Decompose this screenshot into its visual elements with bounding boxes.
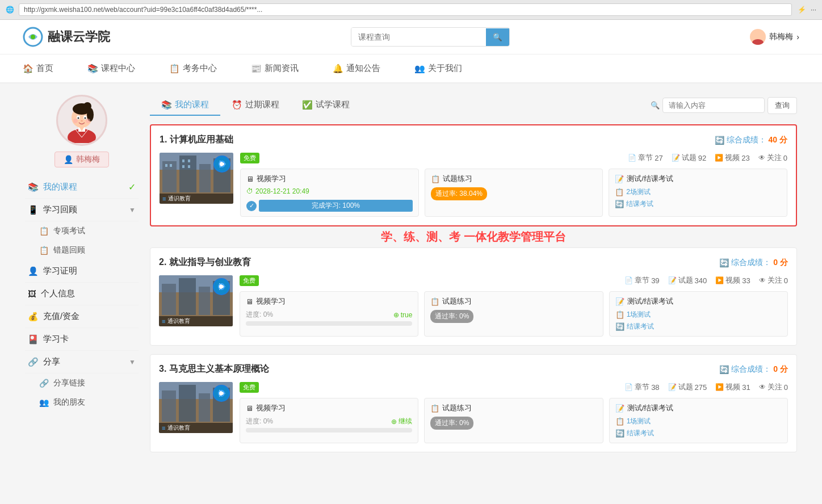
nav-home[interactable]: 🏠 首页 bbox=[23, 60, 53, 77]
section-video-title-2: 🖥 视频学习 bbox=[246, 296, 412, 306]
nav-courses[interactable]: 📚 课程中心 bbox=[87, 60, 135, 77]
course-body-2: ≡ 通识教育 免费 bbox=[159, 275, 788, 337]
svg-rect-21 bbox=[162, 161, 177, 192]
sidebar-share-label: 分享 bbox=[43, 356, 60, 367]
sidebar-special-exam-label: 专项考试 bbox=[53, 226, 85, 236]
course-header-2: 2. 就业指导与创业教育 🔄 综合成绩： 0 分 bbox=[159, 257, 788, 268]
course-stats-2: 📄 章节 39 📝 试题 340 ▶️ 视频 33 bbox=[624, 275, 788, 285]
course-stats-1: 📄 章节 27 📝 试题 92 ▶️ 视频 23 bbox=[628, 153, 787, 163]
content-area: 📚 我的课程 ⏰ 过期课程 ✅ 试学课程 🔍 查询 1. 计算机应用基础 bbox=[150, 95, 797, 461]
course-thumb-1: ≡ 通识教育 bbox=[160, 153, 233, 204]
course-sections-2: 🖥 视频学习 进度: 0% ⊕ true bbox=[240, 291, 788, 337]
continue-link-2[interactable]: ⊕ true bbox=[393, 311, 413, 319]
tab-expired-courses[interactable]: ⏰ 过期课程 bbox=[220, 95, 291, 116]
courses-icon: 📚 bbox=[87, 64, 98, 74]
question-icon-1: 📝 bbox=[672, 154, 680, 162]
tests-link-1[interactable]: 2场测试 bbox=[626, 187, 651, 197]
sidebar: 👤 韩梅梅 📚 我的课程 ✓ 📱 学习回顾 ▼ 📋 bbox=[25, 95, 139, 461]
study-review-icon: 📱 bbox=[28, 205, 39, 215]
tests-link-2[interactable]: 1场测试 bbox=[627, 310, 651, 320]
exam-links-1: 📋 2场测试 🔄 结课考试 bbox=[615, 187, 781, 209]
follow-icon-1: 👁 bbox=[758, 154, 765, 162]
sidebar-item-share-link[interactable]: 🔗 分享链接 bbox=[25, 373, 139, 393]
chapter-icon-3: 📄 bbox=[624, 383, 633, 391]
tab-search: 🔍 查询 bbox=[651, 97, 797, 114]
svg-rect-47 bbox=[199, 393, 210, 422]
section-exercise-title-2: 📋 试题练习 bbox=[430, 296, 597, 306]
sidebar-item-share[interactable]: 🔗 分享 ▼ bbox=[25, 351, 139, 373]
exam-links-3: 📋 1场测试 🔄 结课考试 bbox=[615, 417, 782, 438]
svg-point-18 bbox=[86, 119, 90, 123]
logo[interactable]: 融课云学院 bbox=[23, 27, 110, 47]
svg-point-15 bbox=[85, 117, 86, 119]
sidebar-item-recharge[interactable]: 💰 充值/资金 bbox=[25, 305, 139, 328]
final-link-1[interactable]: 结课考试 bbox=[626, 199, 653, 209]
exercise-section-icon-1: 📋 bbox=[431, 175, 440, 183]
logo-text: 融课云学院 bbox=[48, 28, 110, 45]
svg-point-3 bbox=[752, 39, 764, 45]
browser-url[interactable]: http://gxmk.weisha100.net/web/account?ui… bbox=[19, 3, 792, 16]
section-video-title-1: 🖥 视频学习 bbox=[246, 174, 413, 184]
svg-rect-26 bbox=[170, 164, 172, 167]
svg-point-14 bbox=[78, 117, 79, 119]
sidebar-item-profile[interactable]: 🖼 个人信息 bbox=[25, 283, 139, 305]
nav-news[interactable]: 📰 新闻资讯 bbox=[251, 60, 299, 77]
video-section-icon-2: 🖥 bbox=[246, 297, 253, 306]
certificate-icon: 👤 bbox=[28, 266, 39, 276]
sidebar-item-wrong-review[interactable]: 📋 错题回顾 bbox=[25, 241, 139, 260]
course-score-1: 🔄 综合成绩： 40 分 bbox=[715, 135, 787, 145]
tab-search-button[interactable]: 查询 bbox=[768, 97, 797, 114]
nav-notice[interactable]: 🔔 通知公告 bbox=[333, 60, 380, 77]
sidebar-item-study-card[interactable]: 🎴 学习卡 bbox=[25, 328, 139, 351]
browser-menu[interactable]: ··· bbox=[811, 6, 816, 14]
tab-trial-icon: ✅ bbox=[302, 100, 313, 110]
chapter-icon-1: 📄 bbox=[628, 154, 636, 162]
sidebar-study-review-label: 学习回顾 bbox=[43, 204, 77, 215]
continue-link-3[interactable]: ⊕ 继续 bbox=[391, 417, 412, 426]
sidebar-item-certificate[interactable]: 👤 学习证明 bbox=[25, 260, 139, 283]
exam-section-icon-2: 📝 bbox=[615, 297, 624, 306]
section-exam-title-1: 📝 测试/结课考试 bbox=[615, 174, 781, 184]
progress-bar-outer-2 bbox=[246, 321, 412, 326]
user-info[interactable]: 韩梅梅 › bbox=[750, 29, 799, 45]
profile-icon: 🖼 bbox=[28, 289, 36, 299]
sidebar-item-study-review[interactable]: 📱 学习回顾 ▼ bbox=[25, 199, 139, 221]
final-icon-3: 🔄 bbox=[615, 429, 624, 438]
score-icon-2: 🔄 bbox=[719, 258, 729, 267]
tab-trial-courses[interactable]: ✅ 试学课程 bbox=[291, 95, 361, 116]
svg-rect-23 bbox=[199, 164, 211, 192]
sidebar-item-my-courses[interactable]: 📚 我的课程 ✓ bbox=[25, 176, 139, 199]
thumb-label-3: ≡ 通识教育 bbox=[159, 423, 233, 433]
course-card-1: 1. 计算机应用基础 🔄 综合成绩： 40 分 bbox=[150, 124, 797, 226]
username-header: 韩梅梅 bbox=[769, 32, 793, 42]
sidebar-item-special-exam[interactable]: 📋 专项考试 bbox=[25, 221, 139, 241]
exam-tests-link-3: 📋 1场测试 bbox=[615, 417, 782, 426]
tests-link-3[interactable]: 1场测试 bbox=[627, 417, 651, 426]
course-body-3: ≡ 通识教育 免费 bbox=[159, 382, 788, 443]
follow-icon-2: 👁 bbox=[759, 276, 766, 284]
course-sections-3: 🖥 视频学习 进度: 0% ⊕ 继续 bbox=[240, 398, 788, 443]
thumb-badge-3 bbox=[213, 385, 230, 402]
nav-exam[interactable]: 📋 考务中心 bbox=[169, 60, 217, 77]
follow-icon-3: 👁 bbox=[759, 383, 766, 391]
stat-chapter-2: 📄 章节 39 bbox=[624, 275, 659, 285]
chapter-icon-2: 📄 bbox=[624, 276, 633, 284]
search-button[interactable]: 🔍 bbox=[486, 28, 509, 46]
course-stats-3: 📄 章节 38 📝 试题 275 ▶️ 视频 31 bbox=[624, 382, 788, 392]
sidebar-item-my-friends[interactable]: 👥 我的朋友 bbox=[25, 393, 139, 412]
final-link-3[interactable]: 结课考试 bbox=[627, 429, 654, 438]
course-info-2: 免费 📄 章节 39 📝 试题 340 ▶️ bbox=[240, 275, 788, 337]
search-input[interactable] bbox=[351, 28, 486, 46]
tab-search-input[interactable] bbox=[662, 98, 765, 113]
progress-label-3: 进度: 0% bbox=[246, 417, 273, 426]
exam-tests-link-1: 📋 2场测试 bbox=[615, 187, 781, 197]
top-header: 融课云学院 🔍 韩梅梅 › bbox=[0, 20, 822, 54]
nav-about[interactable]: 👥 关于我们 bbox=[414, 60, 462, 77]
exam-final-link-1: 🔄 结课考试 bbox=[615, 199, 781, 209]
section-video-title-3: 🖥 视频学习 bbox=[246, 403, 412, 413]
sidebar-avatar-container: 👤 韩梅梅 bbox=[25, 95, 139, 167]
sidebar-my-courses-label: 我的课程 bbox=[43, 182, 77, 192]
search-bar: 🔍 bbox=[351, 27, 510, 47]
final-link-2[interactable]: 结课考试 bbox=[627, 322, 654, 331]
tab-my-courses[interactable]: 📚 我的课程 bbox=[150, 95, 220, 116]
